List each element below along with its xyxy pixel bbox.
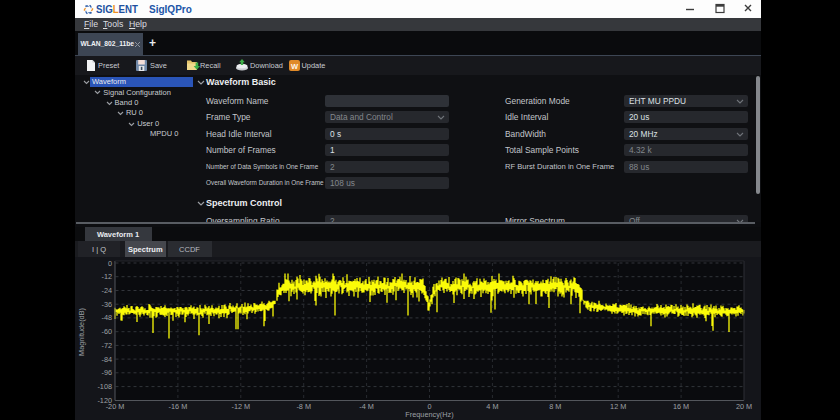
svg-text:20 M: 20 M (736, 402, 752, 411)
svg-text:-20 M: -20 M (106, 402, 125, 411)
svg-text:-12: -12 (101, 272, 112, 281)
svg-text:-12 M: -12 M (231, 402, 250, 411)
svg-text:Frequency(Hz): Frequency(Hz) (405, 410, 453, 419)
svg-text:-72: -72 (101, 341, 112, 350)
svg-text:-8 M: -8 M (296, 402, 311, 411)
svg-text:-24: -24 (101, 286, 112, 295)
svg-text:-108: -108 (97, 382, 112, 391)
svg-text:-60: -60 (101, 327, 112, 336)
svg-text:8 M: 8 M (549, 402, 561, 411)
svg-text:-36: -36 (101, 300, 112, 309)
svg-text:-96: -96 (101, 368, 112, 377)
svg-text:-48: -48 (101, 313, 112, 322)
svg-text:W: W (290, 61, 298, 70)
svg-text:-84: -84 (101, 355, 112, 364)
svg-text:0: 0 (108, 259, 112, 268)
svg-text:-16 M: -16 M (169, 402, 188, 411)
svg-text:12 M: 12 M (610, 402, 626, 411)
svg-text:-4 M: -4 M (359, 402, 374, 411)
svg-text:16 M: 16 M (673, 402, 689, 411)
svg-text:Magnitude(dB): Magnitude(dB) (77, 308, 86, 356)
svg-text:4 M: 4 M (486, 402, 498, 411)
